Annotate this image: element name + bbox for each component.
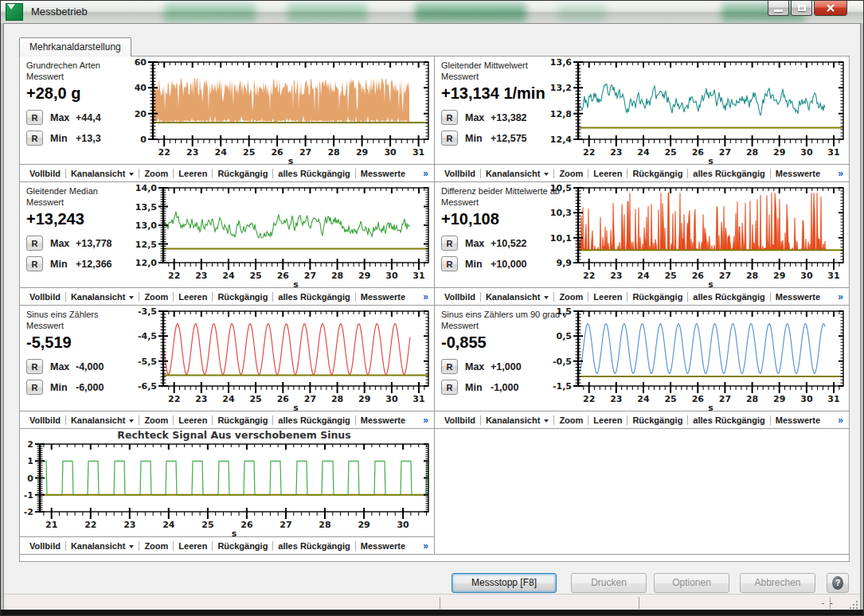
signal-chart[interactable]: 9,910,110,310,522232425262728293031s <box>548 182 849 287</box>
channel-title: Sinus eins Zählers um 90 grad v <box>441 310 591 319</box>
toolbar-zoom-button[interactable]: Zoom <box>139 169 173 178</box>
toolbar-messwerte-button[interactable]: Messwerte <box>770 292 825 302</box>
toolbar-rueckgaengig-button[interactable]: Rückgängig <box>627 292 687 302</box>
toolbar-vollbild-button[interactable]: Vollbild <box>25 169 65 178</box>
signal-chart[interactable]: 12,012,513,013,514,022232425262728293031… <box>133 182 434 287</box>
toolbar-leeren-button[interactable]: Leeren <box>173 292 212 302</box>
svg-text:25: 25 <box>664 271 676 281</box>
toolbar-more-button[interactable]: » <box>838 168 842 179</box>
help-button[interactable]: ? <box>827 573 849 593</box>
toolbar-vollbild-button[interactable]: Vollbild <box>440 169 480 178</box>
toolbar-vollbild-button[interactable]: Vollbild <box>440 415 480 425</box>
toolbar-alles-rueckgaengig-button[interactable]: alles Rückgängig <box>687 415 769 425</box>
toolbar-messwerte-button[interactable]: Messwerte <box>355 541 410 551</box>
toolbar-leeren-button[interactable]: Leeren <box>173 169 212 178</box>
toolbar-zoom-button[interactable]: Zoom <box>553 415 588 425</box>
toolbar-leeren-button[interactable]: Leeren <box>588 415 627 425</box>
titlebar-glass <box>1 1 863 23</box>
panel-row: Gleitender MedianMesswert+13,243RMax+13,… <box>20 182 849 306</box>
signal-plot: -6,5-5,5-4,5-3,522232425262728293031s <box>133 306 434 411</box>
signal-chart[interactable]: 12,412,813,213,622232425262728293031s <box>548 57 849 164</box>
reset-max-button[interactable]: R <box>26 359 43 374</box>
toolbar-messwerte-button[interactable]: Messwerte <box>355 415 410 425</box>
resize-grip[interactable] <box>849 600 858 610</box>
toolbar-more-button[interactable]: » <box>423 540 428 552</box>
toolbar-kanalansicht-button[interactable]: Kanalansicht <box>480 169 553 178</box>
chevron-down-icon <box>129 173 134 176</box>
toolbar-rueckgaengig-button[interactable]: Rückgängig <box>212 169 272 178</box>
messstopp-button[interactable]: Messstopp [F8] <box>452 573 557 593</box>
toolbar-vollbild-button[interactable]: Vollbild <box>25 292 65 302</box>
reset-min-button[interactable]: R <box>441 131 458 146</box>
panel-toolbar: VollbildKanalansichtZoomLeerenRückgängig… <box>435 287 849 305</box>
toolbar-vollbild-button[interactable]: Vollbild <box>25 415 65 425</box>
toolbar-more-button[interactable]: » <box>838 415 842 426</box>
maximize-button[interactable] <box>791 1 812 16</box>
toolbar-alles-rueckgaengig-button[interactable]: alles Rückgängig <box>272 292 354 302</box>
svg-text:12,5: 12,5 <box>135 240 157 250</box>
toolbar-vollbild-button[interactable]: Vollbild <box>25 541 65 551</box>
reset-max-button[interactable]: R <box>441 359 458 374</box>
toolbar-messwerte-button[interactable]: Messwerte <box>770 169 825 178</box>
reset-min-button[interactable]: R <box>26 380 43 395</box>
toolbar-messwerte-button[interactable]: Messwerte <box>355 292 410 302</box>
reset-min-button[interactable]: R <box>26 256 43 271</box>
min-row: RMin+13,3 <box>26 131 133 146</box>
toolbar-more-button[interactable]: » <box>838 291 842 302</box>
minimize-button[interactable] <box>768 1 789 16</box>
optionen-button[interactable]: Optionen <box>654 573 729 593</box>
svg-text:31: 31 <box>827 394 839 404</box>
svg-text:s: s <box>293 403 299 411</box>
toolbar-kanalansicht-button[interactable]: Kanalansicht <box>65 415 139 425</box>
signal-chart[interactable]: -6,5-5,5-4,5-3,522232425262728293031s <box>133 306 434 411</box>
toolbar-zoom-button[interactable]: Zoom <box>553 169 588 178</box>
reset-min-button[interactable]: R <box>26 131 43 146</box>
reset-min-button[interactable]: R <box>441 380 458 395</box>
toolbar-kanalansicht-button[interactable]: Kanalansicht <box>65 541 139 551</box>
toolbar-rueckgaengig-button[interactable]: Rückgängig <box>212 541 272 551</box>
toolbar-leeren-button[interactable]: Leeren <box>588 292 627 302</box>
toolbar-leeren-button[interactable]: Leeren <box>173 415 212 425</box>
reset-max-button[interactable]: R <box>26 236 43 251</box>
toolbar-rueckgaengig-button[interactable]: Rückgängig <box>627 169 687 178</box>
reset-max-button[interactable]: R <box>441 110 458 125</box>
reset-min-button[interactable]: R <box>441 256 458 271</box>
toolbar-rueckgaengig-button[interactable]: Rückgängig <box>627 415 687 425</box>
toolbar-leeren-button[interactable]: Leeren <box>588 169 627 178</box>
toolbar-kanalansicht-button[interactable]: Kanalansicht <box>65 292 139 302</box>
toolbar-zoom-button[interactable]: Zoom <box>139 541 173 551</box>
toolbar-kanalansicht-button[interactable]: Kanalansicht <box>65 169 139 178</box>
window-controls <box>768 1 847 16</box>
tab-mehrkanaldarstellung[interactable]: Mehrkanaldarstellung <box>19 37 131 57</box>
toolbar-messwerte-button[interactable]: Messwerte <box>355 169 410 178</box>
abbrechen-button[interactable]: Abbrechen <box>740 573 815 593</box>
reset-max-button[interactable]: R <box>441 236 458 251</box>
toolbar-zoom-button[interactable]: Zoom <box>139 415 173 425</box>
toolbar-leeren-button[interactable]: Leeren <box>173 541 212 551</box>
toolbar-alles-rueckgaengig-button[interactable]: alles Rückgängig <box>272 169 354 178</box>
toolbar-alles-rueckgaengig-button[interactable]: alles Rückgängig <box>272 415 354 425</box>
signal-chart[interactable]: -1,5-0,50,51,522232425262728293031s <box>548 306 849 411</box>
toolbar-zoom-button[interactable]: Zoom <box>139 292 173 302</box>
reset-max-button[interactable]: R <box>26 110 43 125</box>
toolbar-alles-rueckgaengig-button[interactable]: alles Rückgängig <box>687 292 769 302</box>
toolbar-kanalansicht-button[interactable]: Kanalansicht <box>480 292 553 302</box>
toolbar-rueckgaengig-button[interactable]: Rückgängig <box>212 292 272 302</box>
toolbar-messwerte-button[interactable]: Messwerte <box>770 415 825 425</box>
toolbar-alles-rueckgaengig-button[interactable]: alles Rückgängig <box>687 169 769 178</box>
titlebar[interactable]: Messbetrieb <box>1 1 863 23</box>
drucken-button[interactable]: Drucken <box>571 573 647 593</box>
toolbar-kanalansicht-button[interactable]: Kanalansicht <box>480 415 553 425</box>
toolbar-more-button[interactable]: » <box>423 415 428 426</box>
toolbar-more-button[interactable]: » <box>423 168 428 179</box>
toolbar-more-button[interactable]: » <box>423 291 428 302</box>
signal-chart[interactable]: -2-101221222324252627282930sRechteck Sig… <box>20 429 434 536</box>
close-button[interactable] <box>814 1 847 16</box>
min-value: +10,000 <box>491 259 527 270</box>
toolbar-zoom-button[interactable]: Zoom <box>553 292 588 302</box>
measured-value: -0,855 <box>441 333 548 352</box>
toolbar-alles-rueckgaengig-button[interactable]: alles Rückgängig <box>272 541 354 551</box>
signal-chart[interactable]: 020406022232425262728293031s <box>133 57 434 164</box>
toolbar-vollbild-button[interactable]: Vollbild <box>440 292 480 302</box>
toolbar-rueckgaengig-button[interactable]: Rückgängig <box>212 415 272 425</box>
